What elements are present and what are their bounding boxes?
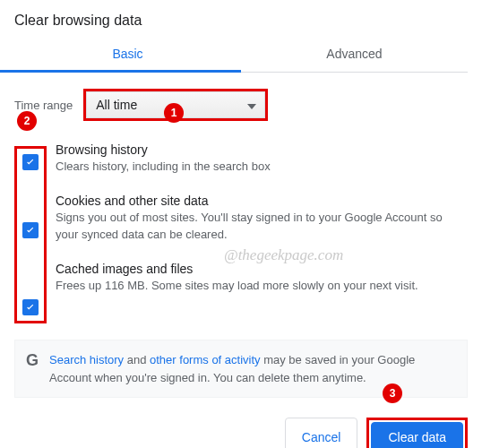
- option-cookies: Cookies and other site data Signs you ou…: [56, 194, 468, 244]
- options-list: Browsing history Clears history, includi…: [56, 141, 468, 323]
- clear-data-highlight: Clear data: [366, 418, 468, 448]
- option-browsing-history: Browsing history Clears history, includi…: [56, 142, 468, 176]
- clear-data-button[interactable]: Clear data: [371, 422, 463, 448]
- checkbox-cached[interactable]: [22, 299, 39, 315]
- option-cached: Cached images and files Frees up 116 MB.…: [56, 262, 468, 295]
- option-title: Browsing history: [56, 142, 468, 157]
- checkbox-browsing-history[interactable]: [22, 154, 39, 170]
- cancel-button[interactable]: Cancel: [285, 418, 358, 448]
- time-range-row: Time range All time: [14, 89, 468, 121]
- info-text: Search history and other forms of activi…: [49, 351, 456, 386]
- option-title: Cached images and files: [56, 262, 468, 276]
- checkbox-cookies[interactable]: [22, 222, 39, 238]
- options-area: Browsing history Clears history, includi…: [14, 141, 468, 323]
- annotation-badge-1: 1: [164, 103, 184, 123]
- link-search-history[interactable]: Search history: [49, 353, 124, 366]
- checkbox-column-highlight: [14, 146, 47, 323]
- option-desc: Frees up 116 MB. Some sites may load mor…: [56, 278, 468, 295]
- option-title: Cookies and other site data: [56, 194, 468, 208]
- annotation-badge-3: 3: [383, 383, 402, 403]
- tab-advanced[interactable]: Advanced: [241, 38, 468, 72]
- clear-browsing-data-dialog: Clear browsing data Basic Advanced Time …: [0, 0, 482, 448]
- link-other-activity[interactable]: other forms of activity: [150, 353, 261, 366]
- time-range-label: Time range: [14, 99, 73, 112]
- option-desc: Clears history, including in the search …: [56, 159, 468, 176]
- dialog-actions: Cancel Clear data: [14, 418, 468, 448]
- dialog-title: Clear browsing data: [14, 0, 468, 38]
- option-desc: Signs you out of most sites. You'll stay…: [56, 210, 468, 244]
- annotation-badge-2: 2: [17, 111, 37, 131]
- tabs: Basic Advanced: [14, 38, 468, 73]
- google-icon: G: [26, 351, 39, 370]
- tab-basic[interactable]: Basic: [14, 38, 241, 72]
